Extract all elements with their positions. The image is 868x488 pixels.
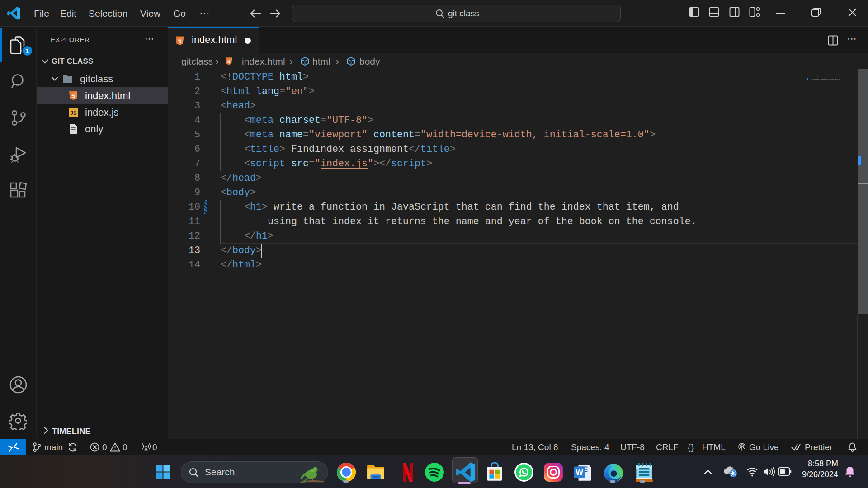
svg-text:JS: JS <box>71 110 76 116</box>
svg-text:5: 5 <box>178 38 182 44</box>
svg-text:5: 5 <box>227 59 230 64</box>
svg-text:5: 5 <box>71 92 75 99</box>
svg-text:W: W <box>576 468 583 477</box>
